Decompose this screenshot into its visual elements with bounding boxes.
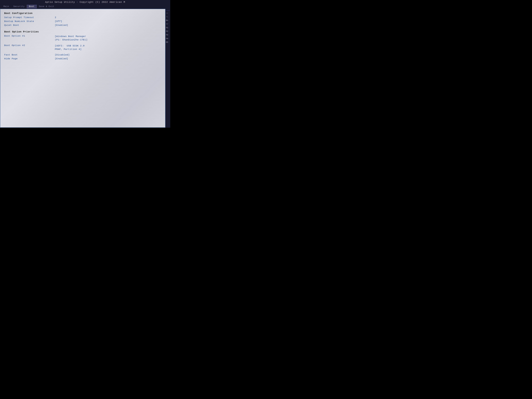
row-hide-page: Hide Page [Enabled] xyxy=(4,57,161,60)
label-fast-boot[interactable]: Fast Boot xyxy=(4,54,55,56)
section-boot-priorities: Boot Option Priorities xyxy=(4,31,161,33)
sidebar-item-select: →← xyxy=(166,12,168,15)
label-boot-option-2[interactable]: Boot Option #2 xyxy=(4,44,55,47)
row-quiet-boot: Quiet Boot [Enabled] xyxy=(4,24,161,26)
nav-item-main[interactable]: Main xyxy=(1,5,11,8)
label-hide-page[interactable]: Hide Page xyxy=(4,57,55,60)
sidebar-item-esc: ES xyxy=(166,41,168,44)
label-boot-option-1[interactable]: Boot Option #1 xyxy=(4,35,55,37)
row-setup-prompt-timeout: Setup Prompt Timeout 2 xyxy=(4,16,161,19)
row-boot-option-1: Boot Option #1 [Windows Boot Manager(P1:… xyxy=(4,35,161,42)
main-content: Boot Configuration Setup Prompt Timeout … xyxy=(0,9,170,128)
label-setup-prompt-timeout[interactable]: Setup Prompt Timeout xyxy=(4,16,55,19)
value-boot-option-2: [UEFI: USB DISK 2.0PMAP, Partition 4] xyxy=(55,44,85,51)
content-area: Boot Configuration Setup Prompt Timeout … xyxy=(0,9,165,128)
label-numlock-state[interactable]: Bootup NumLock State xyxy=(4,20,55,23)
row-numlock-state: Bootup NumLock State [Off] xyxy=(4,20,161,23)
sidebar-item-f2: F2 xyxy=(166,30,168,33)
row-boot-option-2: Boot Option #2 [UEFI: USB DISK 2.0PMAP, … xyxy=(4,44,161,51)
sidebar-item-navigate: ↑↓ xyxy=(166,15,168,18)
section-boot-config: Boot Configuration xyxy=(4,12,161,15)
value-hide-page: [Enabled] xyxy=(55,57,68,60)
value-fast-boot: [Disabled] xyxy=(55,54,70,56)
sidebar: →← ↑↓ En +/ F1 F2 F3 F4 ES xyxy=(165,9,170,128)
label-quiet-boot[interactable]: Quiet Boot xyxy=(4,24,55,26)
nav-item-security[interactable]: Security xyxy=(11,5,27,8)
nav-item-save-exit[interactable]: Save & Exit xyxy=(37,5,57,8)
row-fast-boot: Fast Boot [Disabled] xyxy=(4,54,161,56)
sidebar-item-f1: F1 xyxy=(166,26,168,29)
sidebar-item-enter: En xyxy=(166,19,168,22)
sidebar-divider-top xyxy=(166,10,170,11)
value-setup-prompt-timeout: 2 xyxy=(55,16,56,19)
nav-item-boot[interactable]: Boot xyxy=(27,5,37,8)
bios-screen: Aptio Setup Utility - Copyright (C) 2022… xyxy=(0,0,170,128)
content-border xyxy=(0,9,165,128)
title-text: Aptio Setup Utility - Copyright (C) 2022… xyxy=(45,1,125,3)
value-boot-option-1: [Windows Boot Manager(P1: ShanDianZhe-1T… xyxy=(55,35,88,42)
nav-bar: Main Security Boot Save & Exit xyxy=(0,4,170,9)
sidebar-item-change: +/ xyxy=(166,22,168,25)
sidebar-item-f4: F4 xyxy=(166,37,168,40)
title-bar: Aptio Setup Utility - Copyright (C) 2022… xyxy=(0,0,170,4)
value-quiet-boot: [Enabled] xyxy=(55,24,68,26)
value-numlock-state: [Off] xyxy=(55,20,62,23)
sidebar-item-f3: F3 xyxy=(166,33,168,37)
